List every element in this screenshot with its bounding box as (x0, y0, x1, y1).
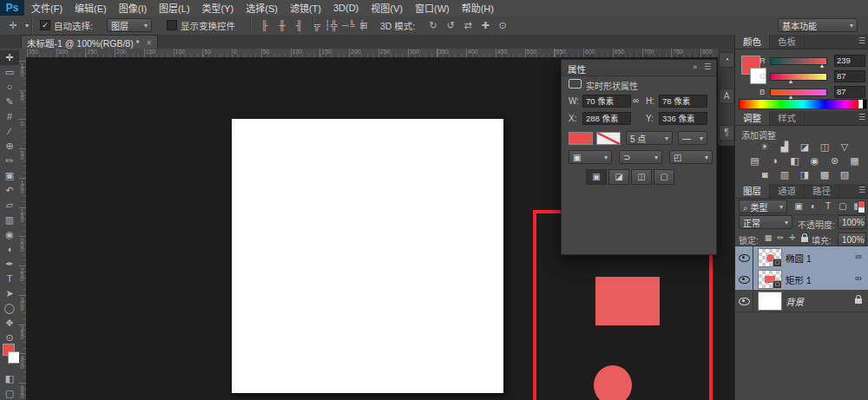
channel-value[interactable]: 239 (834, 55, 865, 67)
rectangle-shape[interactable] (595, 277, 660, 325)
tab-图层[interactable]: 图层 (735, 184, 770, 198)
filter-pixel-layers-icon[interactable]: ▣ (792, 200, 805, 213)
ellipse-shape[interactable] (594, 365, 632, 400)
crop-tool[interactable]: # (0, 109, 19, 124)
3d-rotate-icon[interactable]: ↻ (425, 18, 441, 32)
channel-slider[interactable] (770, 73, 827, 81)
visibility-eye-icon[interactable] (739, 254, 750, 262)
stroke-corner-select[interactable]: ◰▾ (669, 150, 713, 164)
x-field[interactable]: 288 像素 (582, 112, 631, 125)
3d-scale-icon[interactable]: ⊙ (495, 18, 510, 32)
stroke-cap-select[interactable]: ⊃▾ (619, 150, 662, 164)
menu-item-f[interactable]: 文件(F) (31, 1, 62, 15)
path-selection-tool[interactable]: ➤ (0, 286, 19, 301)
layer-filter-toggle[interactable] (858, 200, 865, 213)
auto-select-target-dropdown[interactable]: 图层 ▾ (107, 18, 152, 32)
align-left-edges-icon[interactable]: ╟ (257, 18, 273, 32)
layer-name[interactable]: 椭圆 1 (786, 252, 812, 265)
brightness-contrast-icon[interactable]: ☀ (759, 141, 771, 153)
auto-select-checkbox[interactable]: ✓ (40, 20, 50, 30)
layer-thumbnail[interactable] (758, 292, 782, 311)
visibility-eye-icon[interactable] (739, 276, 750, 284)
layer-visibility-cell[interactable] (735, 268, 753, 290)
threshold-icon[interactable]: ◨ (799, 168, 811, 180)
background-color-swatch[interactable] (8, 351, 20, 364)
lock-position-icon[interactable]: ✛ (787, 233, 798, 243)
layer-row[interactable]: 背景 (735, 290, 868, 312)
align-right-edges-icon[interactable]: ╢ (292, 18, 307, 32)
hue-saturation-icon[interactable]: ▤ (749, 154, 761, 167)
align-horizontal-centers-icon[interactable]: ╫ (274, 18, 290, 32)
channel-slider[interactable] (770, 89, 827, 96)
filter-adjustment-layers-icon[interactable]: ◐ (807, 200, 819, 213)
collapse-panel-icon[interactable]: » (693, 62, 697, 71)
slider-thumb-icon[interactable]: ▲ (819, 62, 825, 69)
character-panel-icon[interactable]: A (719, 89, 734, 104)
lock-all-icon[interactable] (799, 233, 810, 243)
close-document-icon[interactable]: × (147, 38, 152, 48)
height-field[interactable]: 78 像素 (659, 95, 707, 108)
auto-align-button[interactable]: ⊞ (356, 18, 372, 32)
opacity-field[interactable]: 100% ▾ (838, 215, 866, 229)
quick-mask-button[interactable]: ◧ (0, 371, 19, 386)
fill-color-swatch[interactable] (569, 132, 593, 145)
workspace-switcher[interactable]: 基本功能 ▾ (778, 18, 858, 32)
combine-shapes-button[interactable]: ▣ (586, 169, 607, 185)
tab-通道[interactable]: 通道 (770, 184, 805, 198)
show-transform-checkbox[interactable] (167, 20, 177, 30)
paragraph-panel-icon[interactable]: ¶ (719, 125, 734, 141)
layer-row[interactable]: ▢椭圆 1∞ (735, 246, 868, 269)
tab-样式[interactable]: 样式 (770, 111, 805, 125)
type-tool[interactable]: T (0, 272, 19, 286)
intersect-shapes-button[interactable]: ◫ (631, 169, 652, 185)
panel-menu-icon[interactable]: ☰ (858, 36, 865, 45)
exposure-icon[interactable]: ◫ (819, 141, 831, 153)
lock-image-pixels-icon[interactable]: ✏ (775, 233, 786, 243)
properties-panel-header[interactable]: 属性 » ☰ (562, 60, 716, 76)
brush-tool[interactable]: ✏ (0, 154, 19, 168)
tab-色板[interactable]: 色板 (770, 35, 805, 49)
subtract-front-shape-button[interactable]: ◪ (608, 169, 629, 185)
zoom-tool[interactable]: ⊙ (0, 331, 19, 345)
eyedropper-tool[interactable]: ∕ (0, 124, 19, 139)
3d-roll-icon[interactable]: ↺ (443, 18, 458, 32)
layer-filter-kind-dropdown[interactable]: ⌕ 类型 ▾ (739, 200, 787, 213)
move-tool[interactable]: ✛ (0, 50, 19, 65)
posterize-icon[interactable]: ▥ (779, 168, 791, 180)
curves-icon[interactable]: ◪ (799, 141, 811, 153)
blur-tool[interactable]: ◉ (0, 227, 19, 242)
menu-item-s[interactable]: 选择(S) (246, 1, 278, 15)
menu-item-dd[interactable]: 3D(D) (333, 3, 358, 13)
layer-thumbnail[interactable]: ▢ (758, 248, 782, 267)
distribute-horizontal-centers-icon[interactable]: ┆ (319, 18, 335, 32)
menu-item-y[interactable]: 类型(Y) (202, 1, 234, 15)
layer-visibility-cell[interactable] (735, 290, 753, 311)
channel-value[interactable]: 87 (834, 70, 865, 82)
invert-icon[interactable]: ◙ (759, 168, 771, 180)
y-field[interactable]: 336 像素 (659, 112, 707, 125)
document-canvas[interactable] (232, 119, 503, 393)
panel-menu-icon[interactable]: ☰ (858, 113, 865, 121)
layer-name[interactable]: 矩形 1 (786, 273, 812, 286)
history-brush-tool[interactable]: ↶ (0, 183, 19, 198)
layer-thumbnail[interactable]: ▢ (758, 270, 782, 289)
ellipse-tool[interactable]: ◯ (0, 301, 19, 316)
menu-item-v[interactable]: 视图(V) (371, 1, 403, 15)
filter-type-layers-icon[interactable]: T (822, 200, 834, 213)
blend-mode-dropdown[interactable]: 正常 ▾ (739, 215, 792, 229)
stroke-type-dropdown[interactable]: — ▾ (678, 131, 707, 145)
spot-healing-brush-tool[interactable]: ⊕ (0, 139, 19, 154)
slider-thumb-icon[interactable]: ▲ (787, 78, 793, 84)
3d-slide-icon[interactable]: ✚ (477, 18, 493, 32)
panel-menu-icon[interactable]: ☰ (704, 62, 711, 71)
rectangular-marquee-tool[interactable]: ▭ (0, 65, 19, 80)
panel-menu-icon[interactable]: ☰ (858, 186, 865, 194)
vibrance-icon[interactable]: ▽ (838, 141, 851, 153)
layer-name[interactable]: 背景 (786, 295, 804, 308)
layer-visibility-cell[interactable] (735, 246, 753, 268)
dodge-tool[interactable]: ◖ (0, 242, 19, 257)
document-tab[interactable]: 未标题-1 @ 100%(RGB/8) * × (21, 35, 158, 49)
move-tool-preset-icon[interactable]: ✛ ▾ (5, 18, 29, 32)
gradient-tool[interactable]: ▥ (0, 213, 19, 227)
3d-drag-icon[interactable]: ⇄ (460, 18, 476, 32)
